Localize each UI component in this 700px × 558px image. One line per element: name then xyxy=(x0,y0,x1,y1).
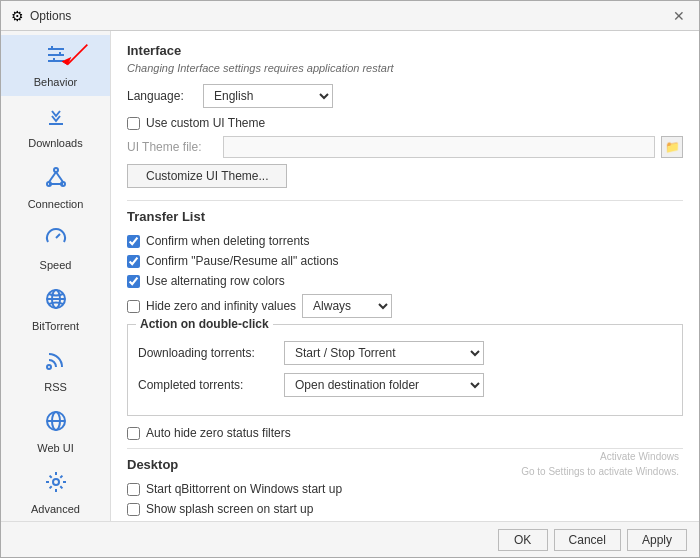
sidebar-label-advanced: Advanced xyxy=(31,503,80,515)
sidebar-label-webui: Web UI xyxy=(37,442,73,454)
sidebar-item-advanced[interactable]: Advanced xyxy=(1,462,110,521)
sidebar-label-downloads: Downloads xyxy=(28,137,82,149)
interface-subtitle: Changing Interface settings requires app… xyxy=(127,62,683,74)
hide-zero-select[interactable]: Always Never Active xyxy=(302,294,392,318)
sidebar-item-behavior[interactable]: Behavior xyxy=(1,35,110,96)
svg-line-10 xyxy=(49,172,56,182)
ok-button[interactable]: OK xyxy=(498,529,548,551)
content-area: Interface Changing Interface settings re… xyxy=(111,31,699,521)
completed-select[interactable]: Open destination folder Start / Stop Tor… xyxy=(284,373,484,397)
titlebar-icon: ⚙ xyxy=(11,8,24,24)
sidebar-label-rss: RSS xyxy=(44,381,67,393)
action-double-click-group: Action on double-click Downloading torre… xyxy=(127,324,683,416)
webui-icon xyxy=(44,409,68,439)
downloads-icon xyxy=(44,104,68,134)
alternating-rows-checkbox[interactable] xyxy=(127,275,140,288)
advanced-icon xyxy=(44,470,68,500)
downloading-select[interactable]: Start / Stop Torrent Open Properties Ope… xyxy=(284,341,484,365)
desktop-section-title: Desktop xyxy=(127,457,683,472)
sidebar-item-webui[interactable]: Web UI xyxy=(1,401,110,462)
sidebar-item-connection[interactable]: Connection xyxy=(1,157,110,218)
show-splash-checkbox[interactable] xyxy=(127,503,140,516)
start-windows-checkbox[interactable] xyxy=(127,483,140,496)
apply-button[interactable]: Apply xyxy=(627,529,687,551)
theme-file-input[interactable] xyxy=(223,136,655,158)
rss-icon xyxy=(44,348,68,378)
sidebar-item-speed[interactable]: Speed xyxy=(1,218,110,279)
alternating-rows-label: Use alternating row colors xyxy=(146,274,285,288)
sidebar-label-bittorrent: BitTorrent xyxy=(32,320,79,332)
svg-line-11 xyxy=(56,172,63,182)
cancel-button[interactable]: Cancel xyxy=(554,529,621,551)
close-button[interactable]: ✕ xyxy=(669,6,689,26)
svg-point-7 xyxy=(54,168,58,172)
behavior-icon xyxy=(44,43,68,73)
custom-theme-checkbox[interactable] xyxy=(127,117,140,130)
connection-icon xyxy=(44,165,68,195)
action-double-click-title: Action on double-click xyxy=(136,317,273,331)
start-windows-label: Start qBittorrent on Windows start up xyxy=(146,482,342,496)
speed-icon xyxy=(44,226,68,256)
sidebar-item-bittorrent[interactable]: BitTorrent xyxy=(1,279,110,340)
downloading-label: Downloading torrents: xyxy=(138,346,278,360)
theme-file-browse-button[interactable]: 📁 xyxy=(661,136,683,158)
bittorrent-icon xyxy=(44,287,68,317)
interface-section-title: Interface xyxy=(127,43,683,58)
sidebar-item-rss[interactable]: RSS xyxy=(1,340,110,401)
confirm-pause-checkbox[interactable] xyxy=(127,255,140,268)
completed-label: Completed torrents: xyxy=(138,378,278,392)
sidebar-item-downloads[interactable]: Downloads xyxy=(1,96,110,157)
show-splash-label: Show splash screen on start up xyxy=(146,502,313,516)
confirm-delete-checkbox[interactable] xyxy=(127,235,140,248)
svg-line-13 xyxy=(56,234,60,238)
svg-point-21 xyxy=(53,479,59,485)
titlebar-title: Options xyxy=(30,9,71,23)
auto-hide-label: Auto hide zero status filters xyxy=(146,426,291,440)
confirm-pause-label: Confirm "Pause/Resume all" actions xyxy=(146,254,339,268)
language-label: Language: xyxy=(127,89,197,103)
hide-zero-checkbox[interactable] xyxy=(127,300,140,313)
sidebar-label-speed: Speed xyxy=(40,259,72,271)
auto-hide-checkbox[interactable] xyxy=(127,427,140,440)
titlebar: ⚙ Options ✕ xyxy=(1,1,699,31)
svg-point-17 xyxy=(47,365,51,369)
custom-theme-label: Use custom UI Theme xyxy=(146,116,265,130)
transfer-list-section-title: Transfer List xyxy=(127,209,683,224)
sidebar: Behavior Downloads xyxy=(1,31,111,521)
bottom-bar: OK Cancel Apply xyxy=(1,521,699,557)
theme-file-label: UI Theme file: xyxy=(127,140,217,154)
sidebar-label-connection: Connection xyxy=(28,198,84,210)
customize-theme-button[interactable]: Customize UI Theme... xyxy=(127,164,287,188)
hide-zero-label: Hide zero and infinity values xyxy=(146,299,296,313)
confirm-delete-label: Confirm when deleting torrents xyxy=(146,234,309,248)
language-select[interactable]: English French German Spanish xyxy=(203,84,333,108)
sidebar-label-behavior: Behavior xyxy=(34,76,77,88)
